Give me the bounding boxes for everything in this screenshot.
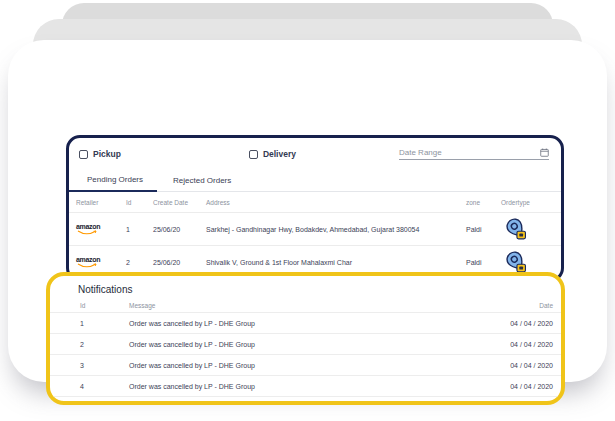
header-zone: zone	[466, 199, 501, 206]
notif-header-date: Date	[473, 302, 553, 309]
pickup-filter: Pickup	[79, 149, 121, 159]
pickup-label: Pickup	[93, 149, 121, 159]
main-card: Pickup Delivery Date Range	[8, 40, 607, 382]
order-zone: Paldi	[466, 226, 501, 233]
notif-id: 4	[80, 383, 129, 390]
notif-date: 04 / 04 / 2020	[473, 320, 553, 327]
header-deliver: Deliver	[548, 199, 564, 206]
order-id: 1	[126, 226, 153, 233]
order-create-date: 25/06/20	[153, 226, 206, 233]
amazon-logo: amazon	[76, 224, 110, 235]
tab-rejected-orders-label: Rejected Orders	[173, 176, 231, 185]
orders-tabs: Pending Orders Rejected Orders	[69, 168, 561, 192]
filter-row: Pickup Delivery Date Range	[69, 138, 561, 168]
order-pin-icon[interactable]	[505, 217, 528, 241]
date-range-input[interactable]: Date Range	[399, 148, 549, 160]
notif-id: 1	[80, 320, 129, 327]
header-ordertype: Ordertype	[501, 199, 548, 206]
order-pin-icon[interactable]	[505, 250, 528, 274]
header-retailer: Retailer	[76, 199, 126, 206]
tab-pending-orders[interactable]: Pending Orders	[69, 168, 157, 192]
pickup-checkbox[interactable]	[79, 150, 88, 159]
header-id: Id	[126, 199, 153, 206]
delivery-filter: Delivery	[249, 149, 296, 159]
notif-header-message: Message	[129, 302, 473, 309]
notification-row: 2 Order was cancelled by LP - DHE Group …	[50, 334, 561, 355]
notifications-panel: Notifications Id Message Date 1 Order wa…	[46, 272, 565, 405]
notif-message: Order was cancelled by LP - DHE Group	[129, 341, 473, 348]
orders-panel: Pickup Delivery Date Range	[66, 135, 564, 282]
order-row: amazon 1 25/06/20 Sarkhej - Gandhinagar …	[69, 213, 561, 246]
calendar-icon[interactable]	[540, 148, 549, 157]
tab-pending-orders-label: Pending Orders	[87, 175, 143, 184]
notif-date: 04 / 04 / 2020	[473, 383, 553, 390]
order-id: 2	[126, 259, 153, 266]
tab-rejected-orders[interactable]: Rejected Orders	[157, 168, 247, 192]
notif-message: Order was cancelled by LP - DHE Group	[129, 362, 473, 369]
date-range-placeholder: Date Range	[399, 148, 540, 157]
header-create-date: Create Date	[153, 199, 206, 206]
notif-date: 04 / 04 / 2020	[473, 341, 553, 348]
notifications-title: Notifications	[50, 276, 561, 298]
delivery-label: Delivery	[263, 149, 296, 159]
header-address: Address	[206, 199, 466, 206]
amazon-smile-icon	[77, 263, 97, 268]
notification-row: 4 Order was cancelled by LP - DHE Group …	[50, 376, 561, 397]
notif-header-id: Id	[80, 302, 129, 309]
amazon-logo: amazon	[76, 257, 110, 268]
amazon-smile-icon	[77, 230, 97, 235]
page: Pickup Delivery Date Range	[0, 0, 615, 421]
notif-message: Order was cancelled by LP - DHE Group	[129, 383, 473, 390]
notif-message: Order was cancelled by LP - DHE Group	[129, 320, 473, 327]
notif-id: 3	[80, 362, 129, 369]
order-create-date: 25/06/20	[153, 259, 206, 266]
order-deliver: Express	[548, 259, 564, 266]
order-deliver: -	[548, 226, 564, 233]
notif-date: 04 / 04 / 2020	[473, 362, 553, 369]
notif-id: 2	[80, 341, 129, 348]
delivery-checkbox[interactable]	[249, 150, 258, 159]
order-zone: Paldi	[466, 259, 501, 266]
notification-row: 3 Order was cancelled by LP - DHE Group …	[50, 355, 561, 376]
notifications-table-header: Id Message Date	[50, 298, 561, 313]
notification-row: 1 Order was cancelled by LP - DHE Group …	[50, 313, 561, 334]
order-address: Shivalik V, Ground & 1st Floor Mahalaxmi…	[206, 259, 466, 266]
orders-table-header: Retailer Id Create Date Address zone Ord…	[69, 192, 561, 213]
order-address: Sarkhej - Gandhinagar Hwy, Bodakdev, Ahm…	[206, 226, 466, 233]
